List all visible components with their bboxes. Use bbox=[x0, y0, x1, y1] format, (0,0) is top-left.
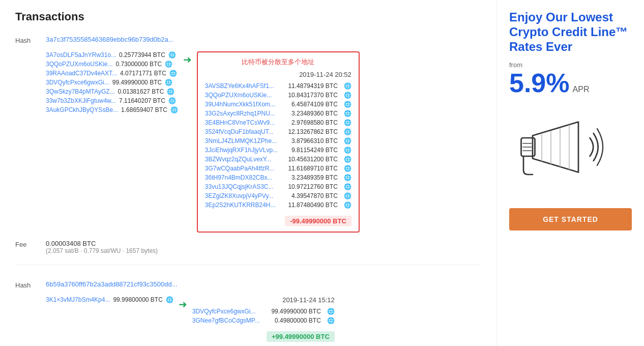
output-amount: 6.45874109 BTC bbox=[291, 101, 338, 108]
hash-row-1: Hash 3a7c3f7535585463689ebbc96b739d0b2a.… bbox=[15, 36, 481, 44]
input-amount: 99.99800000 BTC bbox=[113, 296, 162, 303]
input-addr[interactable]: 3A7osDLF5aJnYRw31o... bbox=[46, 51, 116, 59]
output-addr[interactable]: 39U4hNumcXkk51fXom... bbox=[205, 101, 285, 108]
output-addr[interactable]: 3QQoPZUXm6oUSKie... bbox=[205, 92, 282, 99]
list-item: 39U4hNumcXkk51fXom... 6.45874109 BTC 🌐 bbox=[205, 101, 352, 108]
globe-icon: 🌐 bbox=[344, 165, 352, 172]
transaction-block-2: Hash 6b59a3760ff67b2a3add88721cf93c3500d… bbox=[15, 280, 481, 346]
hash-link-2[interactable]: 6b59a3760ff67b2a3add88721cf93c3500dd... bbox=[46, 280, 178, 288]
output-amount: 11.87480490 BTC bbox=[288, 201, 337, 209]
output-amount: 10.45631200 BTC bbox=[288, 156, 337, 163]
list-item: 3JciEhwjqRXF1hJjyVLvp... 9.81154249 BTC … bbox=[205, 147, 352, 154]
list-item: 3DVQyfcPxce6gwxGi... 99.49990000 BTC 🌐 bbox=[46, 79, 178, 86]
io-row-1: 3A7osDLF5aJnYRw31o... 0.25773944 BTC 🌐 3… bbox=[15, 51, 481, 233]
input-addr[interactable]: 3AukGPCkhJByQYSsBe... bbox=[46, 106, 118, 113]
fee-label-1: Fee bbox=[15, 240, 46, 248]
list-item: 3QQoPZUXm6oUSKie... 10.84317370 BTC 🌐 bbox=[205, 92, 352, 99]
output-addr[interactable]: 36tH97n4BmDX82CBx... bbox=[205, 174, 285, 181]
list-item: 3Ep2S2hKUTKRRB24H... 11.87480490 BTC 🌐 bbox=[205, 201, 352, 209]
list-item: 3K1×3vMJ7bSm4Kp4... 99.99800000 BTC 🌐 bbox=[46, 296, 173, 303]
list-item: 3GNee7gfBCoCdgsMP... 0.49800000 BTC 🌐 bbox=[192, 317, 335, 324]
output-addr[interactable]: 3G7wCQaabPaAh4tfzR... bbox=[205, 165, 282, 172]
fee-btc-1: 0.00003408 BTC bbox=[46, 240, 158, 247]
list-item: 3NmLJ4ZLMMQK1ZPhe... 3.87966310 BTC 🌐 bbox=[205, 137, 352, 145]
hash-row-2: Hash 6b59a3760ff67b2a3add88721cf93c3500d… bbox=[15, 280, 481, 289]
globe-icon: 🌐 bbox=[168, 97, 176, 104]
globe-icon: 🌐 bbox=[344, 192, 352, 199]
arrow-right-icon: ➜ bbox=[183, 53, 192, 66]
list-item: 3AVSBZYe6Kx4hAFSf1... 11.48794319 BTC 🌐 bbox=[205, 82, 352, 90]
input-addr[interactable]: 3QwSkzy7B4pMTAyGZ... bbox=[46, 88, 115, 95]
outputs-timestamp-1: 2019-11-24 20:52 bbox=[205, 71, 352, 78]
output-amount: 11.48794319 BTC bbox=[288, 82, 337, 90]
globe-icon: 🌐 bbox=[344, 174, 352, 181]
input-addr[interactable]: 33w7b3ZbXKJiFgtuw4w... bbox=[46, 97, 116, 104]
page-title: Transactions bbox=[15, 10, 481, 23]
output-amount: 4.39547870 BTC bbox=[291, 192, 338, 199]
megaphone-svg bbox=[509, 101, 611, 193]
output-addr[interactable]: 3NmLJ4ZLMMQK1ZPhe... bbox=[205, 137, 285, 145]
list-item: 3DVQyfcPxce6gwxGi... 99.49990000 BTC 🌐 bbox=[192, 308, 335, 315]
globe-icon: 🌐 bbox=[169, 70, 177, 77]
outputs-box-1: 比特币被分散至多个地址 2019-11-24 20:52 3AVSBZYe6Kx… bbox=[197, 51, 360, 233]
list-item: 33vu13JQCqjsjKrAS3C... 10.97212760 BTC 🌐 bbox=[205, 183, 352, 190]
output-addr[interactable]: 3JciEhwjqRXF1hJjyVLvp... bbox=[205, 147, 285, 154]
output-addr[interactable]: 33vu13JQCqjsjKrAS3C... bbox=[205, 183, 282, 190]
input-addr[interactable]: 3QQoPZUXm6oUSKie... bbox=[46, 61, 112, 68]
output-addr[interactable]: 3GNee7gfBCoCdgsMP... bbox=[192, 317, 269, 324]
output-amount: 3.23489360 BTC bbox=[291, 110, 338, 117]
globe-icon: 🌐 bbox=[327, 317, 335, 324]
output-amount: 10.84317370 BTC bbox=[288, 92, 337, 99]
list-item: 33G2sAxyc8Rzhq1PNU... 3.23489360 BTC 🌐 bbox=[205, 110, 352, 117]
globe-icon: 🌐 bbox=[344, 110, 352, 117]
input-amount: 0.73000000 BTC bbox=[115, 61, 162, 68]
output-addr[interactable]: 33G2sAxyc8Rzhq1PNU... bbox=[205, 110, 285, 117]
ad-from-label: from bbox=[509, 61, 632, 69]
list-item: 3A7osDLF5aJnYRw31o... 0.25773944 BTC 🌐 bbox=[46, 51, 178, 59]
output-addr[interactable]: 3Ep2S2hKUTKRRB24H... bbox=[205, 201, 282, 209]
globe-icon: 🌐 bbox=[167, 88, 174, 95]
input-addr[interactable]: 3DVQyfcPxce6gwxGi... bbox=[46, 79, 109, 86]
ad-illustration bbox=[509, 101, 632, 203]
globe-icon: 🌐 bbox=[344, 128, 352, 135]
output-addr[interactable]: 3DVQyfcPxce6gwxGi... bbox=[192, 308, 266, 315]
output-addr[interactable]: 3E4BHnC8VneTCsWv9... bbox=[205, 119, 285, 126]
globe-icon: 🌐 bbox=[344, 101, 352, 108]
globe-icon: 🌐 bbox=[170, 106, 178, 113]
transaction-block-1: Hash 3a7c3f7535585463689ebbc96b739d0b2a.… bbox=[15, 36, 481, 265]
get-started-button[interactable]: GET STARTED bbox=[509, 208, 632, 230]
output-addr[interactable]: 3BZWvqz2qZQuLvexY... bbox=[205, 156, 282, 163]
globe-icon: 🌐 bbox=[327, 308, 335, 315]
list-item: 33w7b3ZbXKJiFgtuw4w... 7.11640207 BTC 🌐 bbox=[46, 97, 178, 104]
globe-icon: 🌐 bbox=[168, 51, 176, 59]
scatter-label: 比特币被分散至多个地址 bbox=[205, 57, 352, 67]
output-amount: 3.23489359 BTC bbox=[291, 174, 338, 181]
globe-icon: 🌐 bbox=[166, 296, 173, 303]
hash-link-1[interactable]: 3a7c3f7535585463689ebbc96b739d0b2a... bbox=[46, 36, 174, 43]
output-addr[interactable]: 3EZgiZK8XuvpjV4yPVy... bbox=[205, 192, 285, 199]
list-item: 3524fVcqDuF1bfaaqUT... 12.13267862 BTC 🌐 bbox=[205, 128, 352, 135]
globe-icon: 🌐 bbox=[344, 183, 352, 190]
arrow-right-icon: ➜ bbox=[179, 298, 187, 310]
sidebar-ad: Enjoy Our Lowest Crypto Credit Line™ Rat… bbox=[496, 0, 644, 346]
output-addr[interactable]: 3524fVcqDuF1bfaaqUT... bbox=[205, 128, 282, 135]
io-row-2: 3K1×3vMJ7bSm4Kp4... 99.99800000 BTC 🌐 ➜ … bbox=[15, 296, 481, 342]
input-amount: 99.49990000 BTC bbox=[112, 79, 162, 86]
output-addr[interactable]: 3AVSBZYe6Kx4hAFSf1... bbox=[205, 82, 282, 90]
globe-icon: 🌐 bbox=[344, 156, 352, 163]
list-item: 3G7wCQaabPaAh4tfzR... 11.61689710 BTC 🌐 bbox=[205, 165, 352, 172]
outputs-box-2: 2019-11-24 15:12 3DVQyfcPxce6gwxGi... 99… bbox=[192, 296, 335, 342]
input-addr[interactable]: 3K1×3vMJ7bSm4Kp4... bbox=[46, 296, 110, 303]
hash-label-1: Hash bbox=[15, 36, 46, 44]
output-amount: 3.87966310 BTC bbox=[291, 137, 338, 145]
input-addr[interactable]: 39RAAoadC37Dv4eAXT... bbox=[46, 70, 117, 77]
list-item: 3AukGPCkhJByQYSsBe... 1.68659407 BTC 🌐 bbox=[46, 106, 178, 113]
globe-icon: 🌐 bbox=[165, 79, 172, 86]
list-item: 3EZgiZK8XuvpjV4yPVy... 4.39547870 BTC 🌐 bbox=[205, 192, 352, 199]
input-amount: 0.01381627 BTC bbox=[118, 88, 164, 95]
list-item: 3QwSkzy7B4pMTAyGZ... 0.01381627 BTC 🌐 bbox=[46, 88, 178, 95]
output-amount: 11.61689710 BTC bbox=[288, 165, 337, 172]
input-amount: 4.07171771 BTC bbox=[120, 70, 166, 77]
ad-title: Enjoy Our Lowest Crypto Credit Line™ Rat… bbox=[509, 10, 632, 54]
globe-icon: 🌐 bbox=[344, 137, 352, 145]
